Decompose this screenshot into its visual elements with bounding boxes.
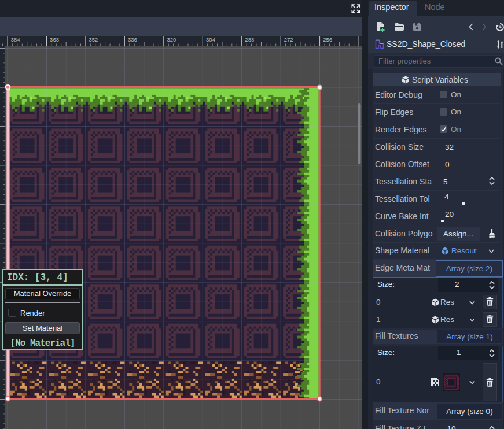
svg-text:-336: -336 [126,36,137,43]
svg-text:-256: -256 [321,36,332,43]
svg-text:-352: -352 [87,36,98,43]
svg-text:-272: -272 [282,36,293,43]
svg-text:-288: -288 [243,36,254,43]
svg-text:-320: -320 [165,36,176,43]
svg-text:-304: -304 [204,36,215,43]
svg-text:-368: -368 [48,36,59,43]
svg-text:-384: -384 [9,36,20,43]
